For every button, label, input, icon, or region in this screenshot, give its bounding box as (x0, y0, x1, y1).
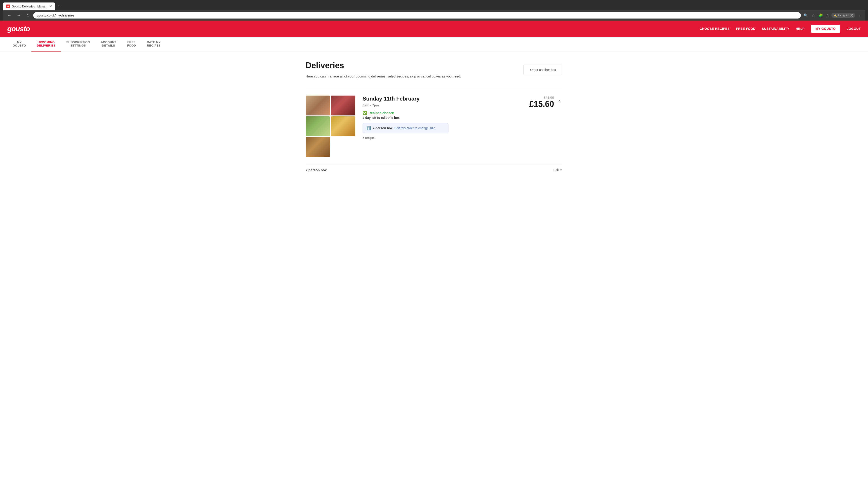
original-price: £41.99 (544, 96, 554, 99)
box-info-banner: ℹ️ 2-person box. Edit this order to chan… (363, 123, 448, 133)
address-bar[interactable]: gousto.co.uk/my-deliveries (33, 12, 801, 19)
page-description: Here you can manage all of your upcoming… (306, 74, 461, 79)
sidebar-icon[interactable]: ▯ (826, 12, 830, 19)
main-content: Deliveries Here you can manage all of yo… (298, 52, 569, 185)
recipes-chosen-status: ✅ Recipes chosen (363, 111, 522, 115)
more-options-icon[interactable]: ⋮ (857, 12, 863, 19)
url-text: gousto.co.uk/my-deliveries (37, 13, 797, 17)
edit-label: Edit (553, 168, 559, 172)
extensions-icon[interactable]: 🧩 (817, 12, 824, 19)
browser-chrome: G Gousto Deliveries | Manage All... × + … (0, 0, 868, 21)
browser-tabs: G Gousto Deliveries | Manage All... × + (3, 2, 865, 10)
tab-favicon: G (6, 4, 10, 8)
browser-toolbar: ← → ↻ gousto.co.uk/my-deliveries 🔍 ☆ 🧩 ▯… (3, 10, 865, 21)
new-tab-button[interactable]: + (56, 2, 62, 10)
sub-nav: MYGOUSTO UPCOMINGDELIVERIES SUBSCRIPTION… (0, 37, 868, 52)
delivery-time: 8am - 7pm (363, 103, 522, 107)
delivery-price: £41.99 £15.60 ⌃ (529, 96, 562, 109)
edit-box-link[interactable]: Edit ✏ (553, 168, 562, 172)
check-circle-icon: ✅ (363, 111, 367, 115)
delivery-card: Sunday 11th February 8am - 7pm ✅ Recipes… (306, 88, 562, 164)
sub-nav-account-details[interactable]: ACCOUNTDETAILS (95, 37, 122, 52)
sub-nav-subscription-settings[interactable]: SUBSCRIPTIONSETTINGS (61, 37, 95, 52)
logout-link[interactable]: LOGOUT (846, 27, 861, 31)
browser-toolbar-icons: 🔍 ☆ 🧩 ▯ 🕵 Incognito (2) ⋮ (803, 12, 863, 19)
bookmark-icon[interactable]: ☆ (811, 12, 816, 19)
active-tab[interactable]: G Gousto Deliveries | Manage All... × (3, 2, 55, 10)
edit-pencil-icon: ✏ (560, 168, 562, 172)
tab-title: Gousto Deliveries | Manage All... (12, 5, 48, 8)
choose-recipes-link[interactable]: CHOOSE RECIPES (700, 27, 730, 31)
gousto-logo[interactable]: gousto (7, 25, 30, 33)
info-icon: ℹ️ (366, 126, 371, 130)
delivery-date: Sunday 11th February (363, 96, 522, 102)
recipes-count: 5 recipes (363, 136, 522, 140)
delivery-info: Sunday 11th February 8am - 7pm ✅ Recipes… (363, 96, 522, 140)
sustainability-link[interactable]: SUSTAINABILITY (762, 27, 789, 31)
recipe-image-3 (306, 116, 330, 136)
sub-nav-upcoming-deliveries[interactable]: UPCOMINGDELIVERIES (31, 37, 61, 52)
recipes-chosen-label: Recipes chosen (368, 111, 394, 115)
deliveries-header: Deliveries Here you can manage all of yo… (306, 61, 562, 79)
chevron-up-icon: ⌃ (558, 100, 561, 105)
current-price: £15.60 (529, 99, 554, 109)
forward-button[interactable]: → (15, 12, 23, 19)
recipe-image-4 (331, 116, 355, 136)
my-gousto-button[interactable]: MY GOUSTO (811, 25, 840, 33)
page-header-text: Deliveries Here you can manage all of yo… (306, 61, 461, 79)
search-icon[interactable]: 🔍 (803, 12, 809, 19)
box-details-row: 2 person box Edit ✏ (306, 164, 562, 175)
recipe-image-1 (306, 96, 330, 116)
order-another-box-button[interactable]: Order another box (524, 65, 562, 75)
recipe-images-grid (306, 96, 355, 157)
edit-order-link[interactable]: Edit this order to change size. (395, 126, 436, 130)
sub-nav-free-food[interactable]: FREEFOOD (122, 37, 142, 52)
page-title: Deliveries (306, 61, 461, 70)
incognito-badge: 🕵 Incognito (2) (831, 13, 855, 18)
edit-time-label: a day left to edit this box (363, 116, 522, 120)
sub-nav-rate-my-recipes[interactable]: RATE MYRECIPES (142, 37, 166, 52)
main-nav: CHOOSE RECIPES FREE FOOD SUSTAINABILITY … (700, 25, 861, 33)
recipe-image-5 (306, 137, 330, 157)
reload-button[interactable]: ↻ (24, 12, 31, 19)
box-size-label: 2 person box (306, 168, 327, 172)
sub-nav-my-gousto[interactable]: MYGOUSTO (7, 37, 31, 52)
free-food-link[interactable]: FREE FOOD (736, 27, 755, 31)
incognito-icon: 🕵 (834, 14, 837, 17)
tab-close-button[interactable]: × (50, 4, 52, 8)
recipe-image-2 (331, 96, 355, 116)
back-button[interactable]: ← (5, 12, 13, 19)
incognito-label: Incognito (2) (838, 14, 853, 17)
site-header: gousto CHOOSE RECIPES FREE FOOD SUSTAINA… (0, 21, 868, 37)
help-link[interactable]: HELP (796, 27, 804, 31)
expand-collapse-button[interactable]: ⌃ (557, 98, 562, 106)
price-column: £41.99 £15.60 (529, 96, 554, 109)
box-info-text: 2-person box. Edit this order to change … (373, 126, 436, 130)
